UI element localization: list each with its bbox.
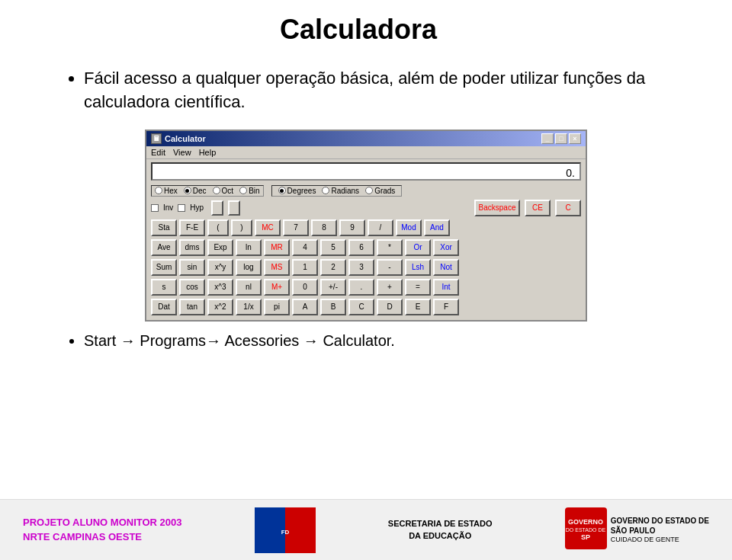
c-button[interactable]: C: [555, 200, 581, 216]
2-button[interactable]: 2: [320, 259, 346, 276]
add-button[interactable]: +: [377, 279, 403, 296]
c-hex-button[interactable]: C: [348, 299, 374, 315]
openparen-button[interactable]: (: [207, 219, 229, 236]
pi-button[interactable]: pi: [264, 299, 290, 315]
svg-text:DO ESTADO DE: DO ESTADO DE: [566, 527, 606, 533]
radians-radio[interactable]: Radians: [322, 187, 359, 195]
sp-line2: SÃO PAULO: [611, 526, 709, 536]
divide-button[interactable]: /: [368, 219, 393, 236]
mr-button[interactable]: MR: [264, 239, 290, 256]
subtract-button[interactable]: -: [377, 259, 403, 276]
equals-button[interactable]: =: [405, 279, 431, 296]
hex-radio-circle: [155, 187, 162, 194]
dot-button[interactable]: .: [348, 279, 374, 296]
numbase-radio-row: Hex Dec Oct Bin Degrees: [146, 184, 586, 198]
minimize-button[interactable]: _: [541, 133, 554, 144]
7-button[interactable]: 7: [283, 219, 309, 236]
dms-button[interactable]: dms: [179, 239, 205, 256]
nav-text: Start → Programs→ Acessories → Calculato…: [84, 332, 686, 350]
bullet-text: Fácil acesso a qualquer operação básica,…: [84, 67, 686, 114]
project-line1: PROJETO ALUNO MONITOR 2003: [23, 516, 182, 530]
e-button[interactable]: E: [405, 299, 431, 315]
sum-button[interactable]: Sum: [151, 259, 177, 276]
calc-window: 🖩 Calculator _ □ × Edit View Help 0. Hex: [145, 130, 587, 322]
tan-button[interactable]: tan: [179, 299, 205, 315]
sin-button[interactable]: sin: [179, 259, 205, 276]
svg-text:GOVERNO: GOVERNO: [568, 518, 603, 526]
ce-button[interactable]: CE: [525, 200, 551, 216]
sp-line1: GOVERNO DO ESTADO DE: [611, 516, 709, 526]
nl-button[interactable]: nl: [236, 279, 262, 296]
mc-button[interactable]: MC: [255, 219, 281, 236]
and-button[interactable]: And: [424, 219, 450, 236]
sta-button[interactable]: Sta: [151, 219, 177, 236]
inv-checkbox[interactable]: [151, 204, 159, 212]
ave-button[interactable]: Ave: [151, 239, 177, 256]
calc-titlebar-left: 🖩 Calculator: [151, 133, 206, 144]
maximize-button[interactable]: □: [555, 133, 567, 144]
xsquared-button[interactable]: x^2: [207, 299, 233, 315]
exp-button[interactable]: Exp: [207, 239, 233, 256]
ln-button[interactable]: ln: [236, 239, 262, 256]
4-button[interactable]: 4: [292, 239, 318, 256]
closeparen-button[interactable]: ): [231, 219, 252, 236]
5-button[interactable]: 5: [320, 239, 346, 256]
xcubed-button[interactable]: x^3: [207, 279, 233, 296]
s-button[interactable]: s: [151, 279, 177, 296]
6-button[interactable]: 6: [348, 239, 374, 256]
multiply-button[interactable]: *: [377, 239, 403, 256]
sp-logo-area: GOVERNO DO ESTADO DE SP GOVERNO DO ESTAD…: [565, 507, 709, 552]
8-button[interactable]: 8: [311, 219, 337, 236]
f-button[interactable]: F: [433, 299, 459, 315]
svg-rect-1: [285, 507, 316, 553]
lsh-button[interactable]: Lsh: [405, 259, 431, 276]
hex-radio[interactable]: Hex: [155, 187, 178, 195]
dec-radio-circle: [184, 187, 191, 194]
plusminus-button[interactable]: +/-: [320, 279, 346, 296]
button-row-5: Dat tan x^2 1/x pi A B C D E F: [146, 297, 586, 317]
secretaria-text: SECRETARIA DE ESTADO DA EDUCAÇÃO: [388, 518, 493, 542]
1-button[interactable]: 1: [292, 259, 318, 276]
menu-edit[interactable]: Edit: [151, 148, 165, 157]
degrees-radio[interactable]: Degrees: [278, 187, 316, 195]
dec-radio[interactable]: Dec: [184, 187, 207, 195]
mplus-button[interactable]: M+: [264, 279, 290, 296]
a-button[interactable]: A: [292, 299, 318, 315]
bin-radio-circle: [239, 187, 247, 194]
calc-menubar: Edit View Help: [146, 146, 586, 159]
bin-radio[interactable]: Bin: [239, 187, 259, 195]
fpde-logo-image: FD: [255, 507, 316, 553]
svg-text:FD: FD: [281, 529, 289, 536]
dat-button[interactable]: Dat: [151, 299, 177, 315]
ms-button[interactable]: MS: [264, 259, 290, 276]
grads-radio[interactable]: Grads: [365, 187, 395, 195]
sp-text-area: GOVERNO DO ESTADO DE SÃO PAULO CUIDADO D…: [611, 516, 709, 545]
xor-button[interactable]: Xor: [433, 239, 459, 256]
backspace-button[interactable]: Backspace: [474, 200, 520, 216]
3-button[interactable]: 3: [348, 259, 374, 276]
int-button[interactable]: Int: [433, 279, 459, 296]
calc-window-title: Calculator: [165, 134, 206, 143]
reciprocal-button[interactable]: 1/x: [236, 299, 262, 315]
inv-hyp-row: Inv Hyp Backspace CE C: [146, 198, 586, 218]
button-row-3: Sum sin x^y log MS 1 2 3 - Lsh Not: [146, 258, 586, 277]
or-button[interactable]: Or: [405, 239, 431, 256]
xpowy-button[interactable]: x^y: [207, 259, 233, 276]
hyp-checkbox[interactable]: [178, 204, 185, 212]
0-button[interactable]: 0: [292, 279, 318, 296]
not-button[interactable]: Not: [433, 259, 459, 276]
menu-help[interactable]: Help: [199, 148, 217, 157]
cos-button[interactable]: cos: [179, 279, 205, 296]
menu-view[interactable]: View: [173, 148, 191, 157]
secretaria-line1: SECRETARIA DE ESTADO: [388, 518, 493, 530]
fe-button[interactable]: F-E: [179, 219, 205, 236]
d-button[interactable]: D: [377, 299, 403, 315]
oct-radio[interactable]: Oct: [213, 187, 234, 195]
b-button[interactable]: B: [320, 299, 346, 315]
mod-button[interactable]: Mod: [396, 219, 422, 236]
close-button[interactable]: ×: [569, 133, 581, 144]
button-row-4: s cos x^3 nl M+ 0 +/- . + = Int: [146, 277, 586, 297]
log-button[interactable]: log: [236, 259, 262, 276]
9-button[interactable]: 9: [339, 219, 365, 236]
degrees-radio-circle: [278, 187, 286, 194]
